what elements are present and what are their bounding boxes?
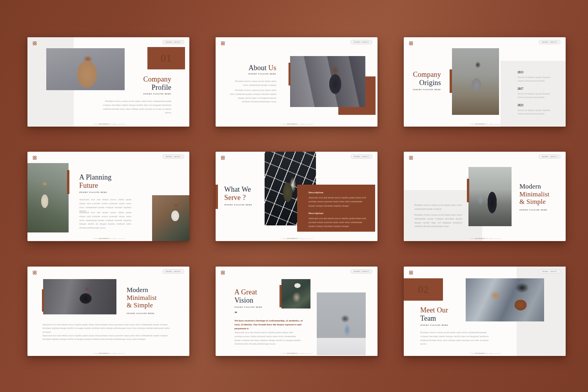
title-line-dark: A Planning bbox=[79, 173, 112, 181]
title-line-accent: Meet Our bbox=[420, 306, 448, 314]
slide-footer: © 2023 BOTEMON all rights reserved bbox=[27, 238, 189, 240]
section-number: 02 bbox=[404, 278, 443, 301]
footer-rights: all rights reserved bbox=[109, 238, 124, 240]
section-number: 01 bbox=[147, 47, 185, 69]
footer-brand: BOTEMON bbox=[475, 123, 485, 125]
slide-title: Company Origins bbox=[413, 71, 441, 87]
title-line-dark: Vision bbox=[234, 296, 257, 305]
nav-home-about[interactable]: HOME | ABOUT bbox=[539, 40, 561, 44]
brand-logo-icon bbox=[221, 269, 225, 274]
title-line-dark: Modern bbox=[127, 286, 157, 294]
brand-logo-icon bbox=[33, 154, 37, 159]
photo-team-couple bbox=[466, 278, 544, 321]
double-quote-icon: ❝ bbox=[234, 310, 237, 316]
slide-footer: © 2023 BOTEMON all rights reserved bbox=[216, 238, 377, 240]
timeline-year: 2017 bbox=[517, 87, 552, 91]
slide-meet-our-team: 02 Meet Our Team INSERT TAGLINE HERE Pre… bbox=[404, 267, 566, 356]
footer-copyright: © 2023 bbox=[93, 238, 98, 240]
description-list: Description Anuscipit eros inte metus au… bbox=[309, 191, 367, 232]
nav-home-about[interactable]: HOME | ABOUT bbox=[162, 269, 184, 274]
nav-home-about[interactable]: HOME | ABOUT bbox=[539, 154, 561, 159]
photo-man-bench bbox=[152, 195, 189, 241]
nav-home-about[interactable]: HOME | ABOUT bbox=[162, 40, 184, 44]
title-line-accent: Company bbox=[143, 75, 171, 83]
title-line-dark: What We bbox=[224, 185, 251, 194]
brand-logo-icon bbox=[33, 40, 37, 44]
footer-rights: all rights reserved bbox=[486, 238, 501, 240]
title-part-accent: Us bbox=[269, 64, 276, 72]
accent-bar bbox=[67, 170, 69, 194]
tagline: INSERT TAGLINE HERE bbox=[224, 204, 252, 206]
footer-brand: BOTEMON bbox=[99, 123, 109, 125]
title-line-dark: Profile bbox=[143, 83, 171, 92]
tagline: INSERT TAGLINE HERE bbox=[127, 312, 155, 314]
body-text-1: Pretium viverra ornare pront turpis ante… bbox=[229, 79, 276, 87]
body-text-2: Anuscipit eros inte metus auctor daibu q… bbox=[79, 211, 131, 230]
description-block: Description Anuscipit eros inte metus au… bbox=[309, 191, 367, 208]
accent-bar bbox=[216, 185, 218, 209]
body-text-2: Pretium viverra ornare pront turpis ante… bbox=[414, 213, 462, 228]
description-block: Description Anuscipit eros inte metus au… bbox=[309, 212, 367, 229]
title-line-accent: Minimalist bbox=[127, 294, 157, 302]
timeline-entry: 2023 Auctor id dapibus quam aliquam vive… bbox=[517, 103, 552, 116]
title-line-accent: & Simple bbox=[519, 198, 550, 206]
body-text-2: Anuscipit eros inte metus auctor dapibu … bbox=[42, 334, 171, 341]
footer-brand: BOTEMON bbox=[475, 352, 485, 354]
footer-rights: all rights reserved bbox=[298, 238, 312, 240]
accent-bar bbox=[42, 289, 44, 312]
body-text-2: Pretium viverra ornare pront turpis ante… bbox=[229, 88, 276, 103]
accent-bar bbox=[467, 179, 469, 202]
slide-title: About Us bbox=[249, 64, 276, 72]
photo-studio-model bbox=[46, 48, 125, 90]
nav-home-about[interactable]: HOME | ABOUT bbox=[350, 40, 372, 44]
accent-bar bbox=[289, 63, 290, 85]
slide-title: Modern Minimalist & Simple bbox=[127, 286, 157, 309]
nav-home-about[interactable]: HOME | ABOUT bbox=[350, 269, 372, 274]
description-body: Anuscipit eros inte metus auctor dapibu … bbox=[309, 196, 367, 208]
title-line-accent: A Great bbox=[234, 288, 257, 296]
slide-a-great-vision: A Great Vision INSERT TAGLINE HERE ❝ We … bbox=[216, 267, 377, 356]
photo-woman-forest bbox=[27, 163, 69, 232]
footer-copyright: © 2023 bbox=[281, 238, 287, 240]
slide-about-us: About Us INSERT TAGLINE HERE Pretium viv… bbox=[216, 37, 377, 127]
photo-woman-field bbox=[452, 48, 499, 115]
body-text: Pretium viverra ornare pront turpis ante… bbox=[420, 330, 493, 346]
slide-modern-minimalist: Modern Minimalist & Simple INSERT TAGLIN… bbox=[404, 152, 566, 241]
nav-home-about[interactable]: HOME | ABOUT bbox=[162, 154, 184, 159]
slide-footer: © 2023 BOTEMON all rights reserved bbox=[404, 123, 566, 125]
slide-footer: © 2023 BOTEMON all rights reserved bbox=[216, 123, 377, 125]
brand-logo-icon bbox=[33, 269, 37, 274]
title-line-accent: Future bbox=[79, 181, 112, 190]
description-panel: Description Anuscipit eros inte metus au… bbox=[297, 185, 375, 232]
slide-title: A Great Vision bbox=[234, 288, 257, 305]
timeline-year: 2023 bbox=[517, 103, 552, 107]
timeline-text: Auctor id dapibus quam aliquam viverra p… bbox=[517, 75, 552, 83]
nav-home-about[interactable]: HOME | ABOUT bbox=[539, 269, 561, 274]
slide-title: A Planning Future bbox=[79, 173, 112, 190]
footer-rights: all rights reserved bbox=[298, 123, 312, 125]
accent-bar bbox=[450, 69, 452, 93]
title-line-dark: Team bbox=[420, 314, 448, 323]
timeline-entry: 2013 Auctor id dapibus quam aliquam vive… bbox=[517, 71, 552, 83]
slide-title: Modern Minimalist & Simple bbox=[519, 183, 550, 206]
section-number-box: 01 bbox=[147, 47, 185, 69]
title-line-dark: Modern bbox=[519, 183, 550, 191]
photo-woman-motorbike bbox=[290, 56, 365, 107]
description-heading: Description bbox=[309, 212, 367, 215]
timeline-entry: 2017 Auctor id dapibus quam aliquam vive… bbox=[517, 87, 552, 99]
slide-footer: © 2023 BOTEMON all rights reserved bbox=[27, 352, 189, 354]
tagline: INSERT TAGLINE HERE bbox=[234, 306, 263, 308]
title-line-accent: Minimalist bbox=[519, 191, 550, 198]
slide-title: Company Profile bbox=[143, 75, 171, 92]
tagline: INSERT TAGLINE HERE bbox=[143, 93, 172, 95]
slide-company-profile: 01 Company Profile INSERT TAGLINE HERE P… bbox=[27, 37, 189, 127]
title-part-dark: About bbox=[249, 64, 267, 72]
body-text-1: Pretium viverra ornare pront turpis ante… bbox=[414, 203, 462, 211]
title-line-dark: Origins bbox=[413, 79, 441, 87]
slide-footer: © 2023 BOTEMON all rights reserved bbox=[404, 238, 566, 240]
tagline: INSERT TAGLINE HERE bbox=[420, 324, 448, 326]
footer-rights: all rights reserved bbox=[486, 352, 501, 354]
slide-company-origins: Company Origins INSERT TAGLINE HERE 2013… bbox=[404, 37, 566, 127]
slide-footer: © 2023 BOTEMON all rights reserved bbox=[216, 352, 377, 354]
nav-home-about[interactable]: HOME | ABOUT bbox=[350, 154, 372, 159]
